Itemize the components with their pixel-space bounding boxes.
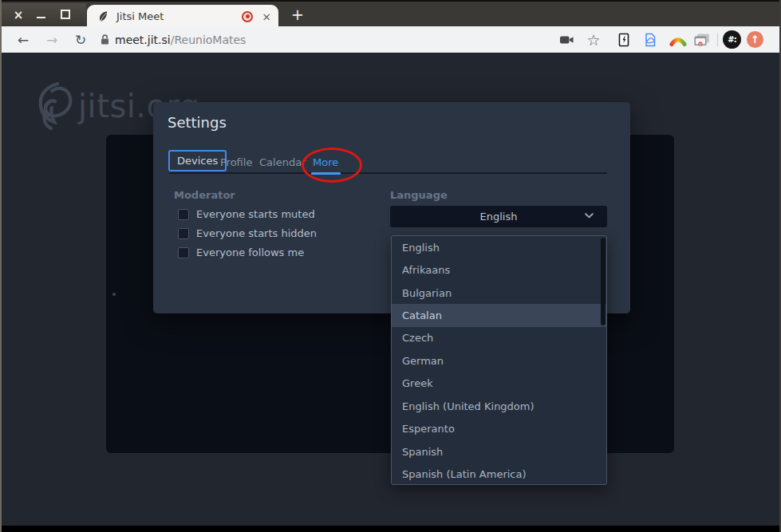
video-indicator-dot (112, 293, 116, 296)
moderator-heading: Moderator (174, 189, 235, 201)
annotation-ellipse (302, 148, 362, 183)
language-select[interactable]: English (390, 206, 607, 227)
address-bar[interactable]: meet.jit.si/ReunioMates (115, 26, 246, 53)
window-maximize-icon[interactable] (61, 10, 70, 19)
checkbox-label[interactable]: Everyone follows me (196, 247, 304, 258)
jitsi-tab-icon (97, 10, 109, 22)
language-option[interactable]: Czech (392, 327, 606, 349)
tab-title: Jitsi Meet (116, 10, 164, 22)
jitsi-page: jitsi.org Settings Devices Profile Calen… (2, 53, 779, 526)
checkbox-label[interactable]: Everyone starts muted (196, 209, 315, 220)
option-row: Everyone starts muted (178, 209, 317, 220)
language-option[interactable]: Spanish (Latin America) (392, 463, 606, 485)
language-option[interactable]: Bulgarian (392, 282, 606, 304)
option-row: Everyone follows me (178, 247, 317, 258)
browser-tab[interactable]: Jitsi Meet × (87, 5, 278, 28)
window-bottom-border (2, 526, 779, 532)
tab-close-icon[interactable]: × (262, 11, 271, 22)
language-option[interactable]: Esperanto (392, 418, 606, 440)
language-option[interactable]: English (392, 236, 606, 258)
language-option[interactable]: Spanish (392, 440, 606, 463)
language-option-highlighted[interactable]: Catalan (392, 304, 606, 326)
extension-doc-cloud-icon[interactable] (642, 26, 658, 53)
language-option[interactable]: Greek (392, 372, 606, 395)
window-close-icon[interactable]: × (10, 6, 27, 24)
tabs-divider (170, 172, 607, 174)
url-host: meet.jit.si (115, 33, 171, 46)
url-path: /ReunioMates (171, 33, 247, 46)
jitsi-logo-icon (34, 80, 75, 132)
reload-icon[interactable]: ↻ (72, 26, 89, 53)
language-heading: Language (390, 189, 448, 201)
checkbox-everyone-starts-hidden[interactable] (178, 228, 189, 239)
dialog-title: Settings (168, 114, 227, 131)
browser-toolbar: ← → ↻ meet.jit.si/ReunioMates ☆ (2, 26, 779, 53)
camera-permission-icon[interactable] (558, 26, 575, 53)
browser-window: × Jitsi Meet × + ← → ↻ meet.jit.si/Re (0, 0, 781, 532)
extension-boomerang-icon[interactable] (669, 26, 688, 53)
update-icon[interactable]: ↑ (747, 31, 763, 48)
dropdown-scrollbar[interactable] (601, 238, 605, 325)
language-option[interactable]: English (United Kingdom) (392, 395, 606, 417)
language-option[interactable]: Afrikaans (392, 258, 606, 281)
checkbox-label[interactable]: Everyone starts hidden (196, 228, 317, 239)
back-icon[interactable]: ← (14, 26, 32, 53)
checkbox-everyone-follows-me[interactable] (178, 247, 189, 258)
window-controls: × (2, 3, 86, 28)
language-dropdown: English Afrikaans Bulgarian Catalan Czec… (391, 235, 607, 485)
tab-devices[interactable]: Devices (168, 150, 227, 171)
checkbox-everyone-starts-muted[interactable] (178, 209, 189, 220)
language-selected-value: English (480, 211, 518, 223)
extension-windows-icon[interactable] (692, 26, 712, 53)
tab-calendar[interactable]: Calendar (259, 156, 306, 168)
chevron-down-icon (585, 213, 594, 219)
moderator-options: Everyone starts muted Everyone starts hi… (178, 209, 317, 266)
bookmark-star-icon[interactable]: ☆ (585, 26, 602, 53)
lock-icon[interactable] (97, 26, 112, 53)
language-option[interactable]: German (392, 349, 606, 372)
extension-doc-lightning-icon[interactable] (616, 26, 632, 53)
tab-profile[interactable]: Profile (220, 156, 252, 168)
recording-indicator-icon (242, 11, 253, 22)
new-tab-button[interactable]: + (285, 5, 310, 26)
profile-avatar[interactable]: #: (723, 30, 741, 49)
titlebar: × Jitsi Meet × + (2, 0, 779, 26)
option-row: Everyone starts hidden (178, 228, 317, 239)
forward-icon[interactable]: → (43, 26, 61, 53)
window-minimize-icon[interactable] (37, 17, 45, 18)
toolbar-separator (717, 33, 718, 46)
